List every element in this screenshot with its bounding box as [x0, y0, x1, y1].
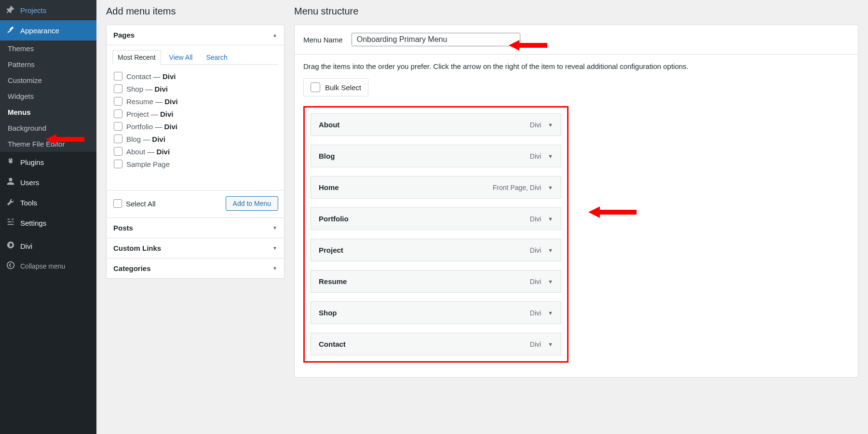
bulk-select-button[interactable]: Bulk Select: [303, 78, 368, 96]
sidebar-item-users[interactable]: Users: [0, 172, 96, 192]
tab-most-recent[interactable]: Most Recent: [112, 50, 161, 65]
sidebar-item-divi[interactable]: Divi: [0, 236, 96, 256]
page-label: Sample Page: [126, 160, 170, 168]
sidebar-item-settings[interactable]: Settings: [0, 213, 96, 233]
page-label: Portfolio — Divi: [126, 122, 177, 131]
submenu-patterns[interactable]: Patterns: [0, 56, 96, 72]
menu-item-type: Front Page, Divi: [493, 184, 541, 191]
postbox-custom-links: Custom Links ▼: [106, 238, 285, 258]
page-list-item[interactable]: About — Divi: [113, 145, 278, 158]
menu-item[interactable]: PortfolioDivi▼: [311, 207, 561, 230]
pages-tabs: Most Recent View All Search: [112, 50, 278, 65]
sidebar-label: Settings: [20, 219, 46, 227]
menu-item[interactable]: ContactDivi▼: [311, 333, 561, 355]
page-checkbox[interactable]: [114, 147, 122, 156]
page-checkbox[interactable]: [114, 160, 122, 168]
menu-name-label: Menu Name: [303, 36, 343, 44]
page-checkbox[interactable]: [114, 72, 122, 81]
menu-name-row: Menu Name: [295, 25, 858, 54]
postbox-posts-label: Posts: [113, 224, 133, 232]
submenu-widgets[interactable]: Widgets: [0, 88, 96, 104]
collapse-menu-button[interactable]: Collapse menu: [0, 256, 96, 276]
plug-icon: [6, 157, 15, 167]
menu-item-type: Divi: [530, 246, 541, 254]
page-checkbox[interactable]: [114, 109, 122, 118]
pages-scroll-list[interactable]: Contact — DiviShop — DiviResume — DiviPr…: [112, 69, 278, 185]
menu-item[interactable]: ResumeDivi▼: [311, 270, 561, 293]
appearance-submenu: Themes Patterns Customize Widgets Menus …: [0, 41, 96, 152]
postbox-posts-header[interactable]: Posts ▼: [107, 218, 284, 238]
chevron-down-icon: ▼: [272, 266, 277, 271]
divi-icon: [6, 241, 15, 251]
page-list-item[interactable]: Shop — Divi: [113, 82, 278, 95]
chevron-down-icon: ▼: [272, 245, 277, 251]
svg-point-1: [7, 262, 14, 269]
select-all-row[interactable]: Select All: [112, 197, 157, 210]
expand-arrow-icon[interactable]: ▼: [548, 341, 553, 347]
page-list-item[interactable]: Blog — Divi: [113, 133, 278, 145]
select-all-checkbox[interactable]: [113, 199, 122, 208]
wrench-icon: [6, 197, 15, 208]
menu-item[interactable]: ShopDivi▼: [311, 301, 561, 324]
submenu-themes[interactable]: Themes: [0, 41, 96, 56]
page-checkbox[interactable]: [114, 97, 122, 106]
add-to-menu-button[interactable]: Add to Menu: [226, 196, 278, 211]
sidebar-item-tools[interactable]: Tools: [0, 192, 96, 213]
page-list-item[interactable]: Project — Divi: [113, 108, 278, 120]
menu-item-title: Blog: [319, 152, 335, 160]
menu-name-input[interactable]: [352, 33, 520, 46]
expand-arrow-icon[interactable]: ▼: [548, 153, 553, 159]
sidebar-item-appearance[interactable]: Appearance: [0, 20, 96, 41]
tab-view-all[interactable]: View All: [164, 50, 198, 65]
page-label: Blog — Divi: [126, 135, 165, 143]
submenu-theme-file-editor[interactable]: Theme File Editor: [0, 136, 96, 152]
menu-item[interactable]: ProjectDivi▼: [311, 239, 561, 261]
page-checkbox[interactable]: [114, 122, 122, 131]
submenu-menus[interactable]: Menus: [0, 104, 96, 120]
sidebar-label: Divi: [20, 242, 32, 250]
postbox-categories-header[interactable]: Categories ▼: [107, 258, 284, 278]
page-list-item[interactable]: Portfolio — Divi: [113, 120, 278, 133]
expand-arrow-icon[interactable]: ▼: [548, 247, 553, 253]
sidebar-label: Users: [20, 178, 39, 187]
menu-item[interactable]: AboutDivi▼: [311, 113, 561, 136]
main-content: Add menu items Pages ▲ Most Recent View …: [96, 0, 868, 434]
add-menu-items-title: Add menu items: [106, 0, 285, 25]
menu-item-type: Divi: [530, 215, 541, 223]
page-label: Resume — Divi: [126, 97, 178, 106]
submenu-customize[interactable]: Customize: [0, 72, 96, 88]
postbox-categories-label: Categories: [113, 264, 151, 272]
add-menu-items-column: Add menu items Pages ▲ Most Recent View …: [106, 0, 285, 424]
menu-item[interactable]: BlogDivi▼: [311, 145, 561, 167]
menu-item-type: Divi: [530, 340, 541, 348]
postbox-custom-links-header[interactable]: Custom Links ▼: [107, 238, 284, 258]
submenu-background[interactable]: Background: [0, 120, 96, 136]
chevron-down-icon: ▼: [272, 225, 277, 231]
postbox-pages-header[interactable]: Pages ▲: [107, 25, 284, 45]
sidebar-item-plugins[interactable]: Plugins: [0, 152, 96, 172]
page-list-item[interactable]: Resume — Divi: [113, 95, 278, 108]
page-label: Project — Divi: [126, 110, 174, 118]
sliders-icon: [6, 217, 15, 228]
page-list-item[interactable]: Contact — Divi: [113, 70, 278, 82]
menu-edit-panel: Menu Name Drag the items into the order …: [294, 25, 858, 378]
tab-search[interactable]: Search: [201, 50, 232, 65]
select-all-label: Select All: [126, 200, 156, 208]
postbox-custom-links-label: Custom Links: [113, 244, 161, 252]
menu-item[interactable]: HomeFront Page, Divi▼: [311, 176, 561, 199]
page-checkbox[interactable]: [114, 135, 122, 143]
bulk-select-checkbox[interactable]: [311, 82, 320, 92]
expand-arrow-icon[interactable]: ▼: [548, 122, 553, 128]
page-checkbox[interactable]: [114, 84, 122, 93]
menu-item-type: Divi: [530, 309, 541, 317]
page-list-item[interactable]: Sample Page: [113, 158, 278, 170]
expand-arrow-icon[interactable]: ▼: [548, 279, 553, 285]
expand-arrow-icon[interactable]: ▼: [548, 185, 553, 190]
expand-arrow-icon[interactable]: ▼: [548, 310, 553, 316]
collapse-icon: [6, 261, 15, 271]
menu-item-type: Divi: [530, 121, 541, 129]
sidebar-item-projects[interactable]: Projects: [0, 0, 96, 20]
page-label: Contact — Divi: [126, 72, 176, 81]
bulk-select-label: Bulk Select: [325, 83, 361, 92]
expand-arrow-icon[interactable]: ▼: [548, 216, 553, 222]
